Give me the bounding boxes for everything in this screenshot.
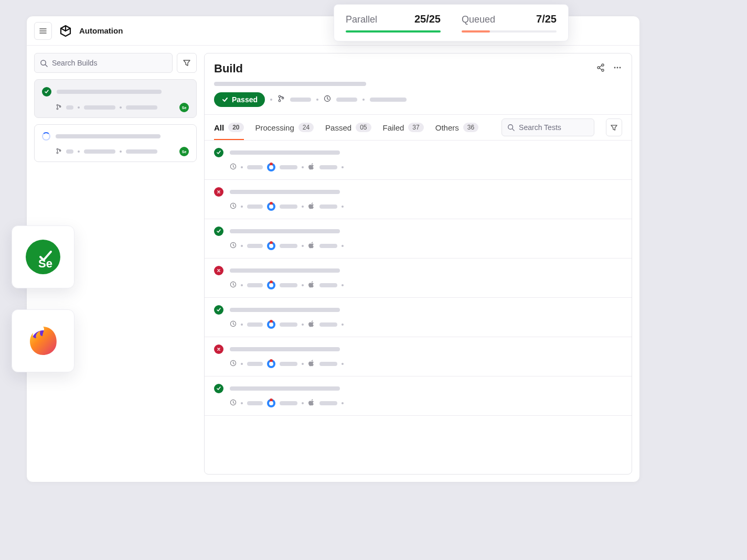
tab-label: Processing — [255, 123, 294, 132]
selenium-badge-icon: Se — [179, 103, 189, 112]
status-passed-icon — [214, 384, 223, 393]
safari-icon — [267, 163, 275, 171]
test-row[interactable] — [205, 376, 632, 416]
tab-label: All — [214, 123, 224, 132]
svg-point-4 — [57, 104, 58, 106]
tabs: All20Processing24Passed05Failed37Others3… — [205, 114, 632, 141]
svg-text:Se: Se — [38, 257, 52, 270]
tab-count: 05 — [356, 123, 371, 132]
apple-icon — [308, 359, 315, 369]
test-row[interactable] — [205, 259, 632, 298]
tab-label: Passed — [325, 123, 351, 132]
apple-icon — [308, 281, 315, 290]
tab-count: 20 — [228, 123, 243, 132]
svg-point-5 — [57, 108, 58, 110]
share-icon — [596, 63, 605, 72]
tab-passed[interactable]: Passed05 — [325, 115, 371, 140]
search-builds-input[interactable]: Search Builds — [34, 53, 173, 73]
build-status-badge: Passed — [214, 92, 265, 107]
status-passed-icon — [214, 227, 223, 236]
branch-icon — [278, 95, 285, 104]
logo-icon — [58, 24, 73, 38]
tab-failed[interactable]: Failed37 — [383, 115, 424, 140]
branch-icon — [56, 103, 62, 112]
tab-all[interactable]: All20 — [214, 115, 244, 140]
apple-icon — [308, 399, 315, 408]
clock-icon — [324, 95, 331, 104]
tests-list — [205, 141, 632, 474]
apple-icon — [308, 241, 315, 251]
stat-parallel-value: 25/25 — [414, 13, 441, 25]
safari-icon — [267, 281, 275, 289]
build-card[interactable]: Se — [34, 79, 197, 118]
safari-icon — [267, 242, 275, 250]
tab-others[interactable]: Others36 — [435, 115, 478, 140]
test-row[interactable] — [205, 219, 632, 259]
build-subtitle-skeleton — [214, 82, 366, 86]
status-running-icon — [42, 132, 50, 141]
safari-icon — [267, 202, 275, 211]
tab-count: 24 — [298, 123, 314, 132]
firefox-icon — [12, 309, 74, 372]
tab-processing[interactable]: Processing24 — [255, 115, 314, 140]
status-passed-icon — [214, 148, 223, 157]
build-title: Build — [214, 62, 243, 76]
search-tests-placeholder: Search Tests — [519, 123, 561, 132]
build-card[interactable]: Se — [34, 124, 197, 162]
filter-icon — [183, 59, 191, 67]
test-row[interactable] — [205, 337, 632, 376]
test-row[interactable] — [205, 180, 632, 219]
stat-parallel-label: Parallel — [346, 14, 377, 25]
menu-button[interactable] — [34, 22, 52, 40]
svg-point-11 — [602, 64, 604, 66]
stat-parallel: Parallel 25/25 — [346, 13, 441, 33]
svg-point-8 — [57, 152, 58, 154]
selenium-icon: Se — [12, 225, 74, 288]
filter-icon — [610, 124, 618, 132]
svg-point-16 — [279, 95, 281, 98]
tab-count: 37 — [408, 123, 423, 132]
search-icon — [507, 124, 515, 131]
branch-icon — [56, 147, 62, 156]
tab-label: Failed — [383, 123, 404, 132]
safari-icon — [267, 320, 275, 329]
share-button[interactable] — [596, 63, 605, 74]
clock-icon — [230, 399, 237, 408]
stat-queued-label: Queued — [462, 14, 495, 25]
apple-icon — [308, 163, 315, 172]
status-failed-icon — [214, 344, 223, 354]
test-row[interactable] — [205, 141, 632, 180]
clock-icon — [230, 359, 237, 369]
safari-icon — [267, 360, 275, 368]
svg-point-10 — [597, 67, 600, 69]
build-panel: Build Passed — [204, 53, 632, 475]
svg-point-14 — [617, 67, 618, 69]
svg-point-15 — [620, 67, 621, 69]
check-icon — [221, 96, 229, 103]
selenium-badge-icon: Se — [179, 147, 189, 156]
clock-icon — [230, 320, 237, 329]
status-passed-icon — [214, 305, 223, 315]
search-builds-placeholder: Search Builds — [52, 59, 97, 67]
test-row[interactable] — [205, 298, 632, 337]
svg-point-13 — [614, 67, 616, 69]
search-icon — [40, 59, 48, 67]
svg-point-12 — [602, 69, 604, 71]
filter-builds-button[interactable] — [177, 53, 197, 73]
clock-icon — [230, 202, 237, 211]
clock-icon — [230, 241, 237, 251]
clock-icon — [230, 163, 237, 172]
filter-tests-button[interactable] — [606, 119, 622, 136]
status-failed-icon — [214, 266, 223, 275]
app-window: Automation Search Builds SeSe Build — [26, 16, 640, 482]
tab-count: 36 — [463, 123, 478, 132]
stats-overlay: Parallel 25/25 Queued 7/25 — [334, 4, 569, 41]
svg-point-17 — [279, 100, 281, 102]
search-tests-input[interactable]: Search Tests — [501, 119, 594, 136]
status-passed-icon — [42, 87, 51, 96]
more-button[interactable] — [613, 63, 622, 74]
status-failed-icon — [214, 187, 223, 197]
svg-point-7 — [57, 148, 58, 150]
stat-queued: Queued 7/25 — [462, 13, 557, 33]
apple-icon — [308, 320, 315, 329]
